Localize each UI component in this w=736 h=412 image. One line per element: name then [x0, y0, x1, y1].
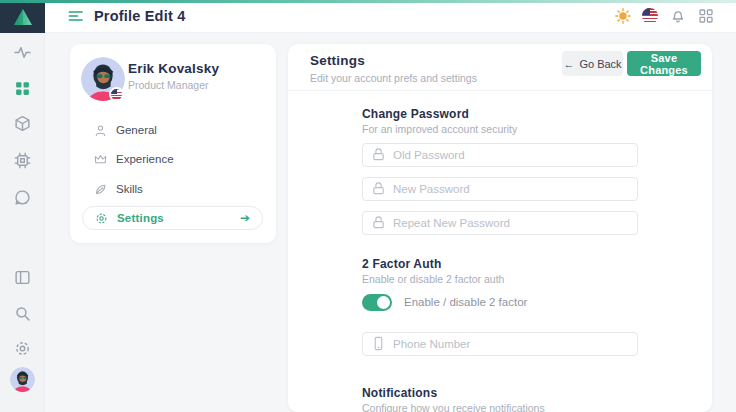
profile-card: Erik Kovalsky Product Manager General Ex…: [70, 44, 276, 243]
repeat-password-field: [362, 211, 638, 235]
section-subtitle-change-password: For an improved account security: [362, 123, 638, 135]
layout-icon[interactable]: [14, 269, 31, 286]
search-icon[interactable]: [14, 305, 31, 322]
section-subtitle-notifications: Configure how you receive notifications: [362, 402, 638, 412]
triangle-logo-icon: [13, 8, 33, 26]
panel-title: Settings: [310, 53, 365, 68]
grid-icon[interactable]: [14, 80, 31, 97]
header-actions: [614, 8, 714, 25]
section-title-change-password: Change Password: [362, 107, 638, 121]
app-window: Profile Edit 4 Erik Kovalsky Product Man…: [0, 0, 736, 412]
sidebar-user-avatar[interactable]: [10, 367, 35, 392]
repeat-password-input[interactable]: [362, 211, 638, 235]
two-factor-toggle-row: Enable / disable 2 factor: [362, 293, 638, 311]
language-flag-us-icon[interactable]: [642, 8, 658, 24]
nav-item-label: General: [116, 124, 157, 136]
crown-icon: [94, 153, 107, 166]
toggle-knob: [377, 296, 390, 309]
panel-divider: [288, 90, 712, 91]
old-password-field: [362, 143, 638, 167]
nav-item-skills[interactable]: Skills: [94, 179, 143, 199]
sidebar: [0, 0, 45, 412]
nav-item-general[interactable]: General: [94, 120, 157, 140]
theme-sun-icon[interactable]: [614, 8, 631, 25]
apps-grid-icon[interactable]: [697, 8, 714, 25]
feather-icon: [94, 183, 107, 196]
gear-icon: [95, 212, 108, 225]
chat-icon[interactable]: [14, 189, 31, 206]
arrow-right-icon: ➔: [240, 211, 250, 225]
nav-item-experience[interactable]: Experience: [94, 149, 174, 169]
app-logo[interactable]: [0, 0, 45, 33]
old-password-input[interactable]: [362, 143, 638, 167]
nav-item-settings[interactable]: Settings ➔: [82, 206, 263, 230]
profile-role: Product Manager: [128, 79, 209, 91]
activity-icon[interactable]: [14, 44, 31, 61]
top-header: Profile Edit 4: [45, 0, 736, 33]
two-factor-toggle-label: Enable / disable 2 factor: [404, 296, 527, 308]
two-factor-toggle[interactable]: [362, 294, 392, 311]
avatar-image: [10, 367, 35, 392]
go-back-label: Go Back: [579, 58, 621, 70]
new-password-input[interactable]: [362, 177, 638, 201]
phone-number-field: [362, 332, 638, 356]
settings-form: Change Password For an improved account …: [362, 107, 638, 412]
gear-icon[interactable]: [14, 340, 31, 357]
go-back-button[interactable]: ← Go Back: [562, 51, 623, 76]
notifications-bell-icon[interactable]: [669, 8, 686, 25]
top-accent-bar: [0, 0, 736, 3]
arrow-left-icon: ←: [563, 58, 574, 70]
avatar-flag-badge: [109, 87, 124, 102]
cube-icon[interactable]: [14, 115, 31, 132]
page-title: Profile Edit 4: [94, 8, 185, 24]
save-changes-label: Save Changes: [627, 52, 701, 76]
phone-number-input[interactable]: [362, 332, 638, 356]
user-icon: [94, 124, 107, 137]
new-password-field: [362, 177, 638, 201]
section-title-two-factor: 2 Factor Auth: [362, 257, 638, 271]
cpu-icon[interactable]: [14, 152, 31, 169]
nav-item-label: Settings: [117, 212, 164, 224]
menu-hamburger-icon[interactable]: [68, 8, 84, 24]
profile-name: Erik Kovalsky: [128, 61, 219, 76]
nav-item-label: Skills: [116, 183, 143, 195]
save-changes-button[interactable]: Save Changes: [627, 51, 701, 76]
settings-panel: Settings Edit your account prefs and set…: [288, 44, 712, 412]
section-title-notifications: Notifications: [362, 386, 638, 400]
section-subtitle-two-factor: Enable or disable 2 factor auth: [362, 273, 638, 285]
panel-subtitle: Edit your account prefs and settings: [310, 72, 477, 84]
nav-item-label: Experience: [116, 153, 174, 165]
